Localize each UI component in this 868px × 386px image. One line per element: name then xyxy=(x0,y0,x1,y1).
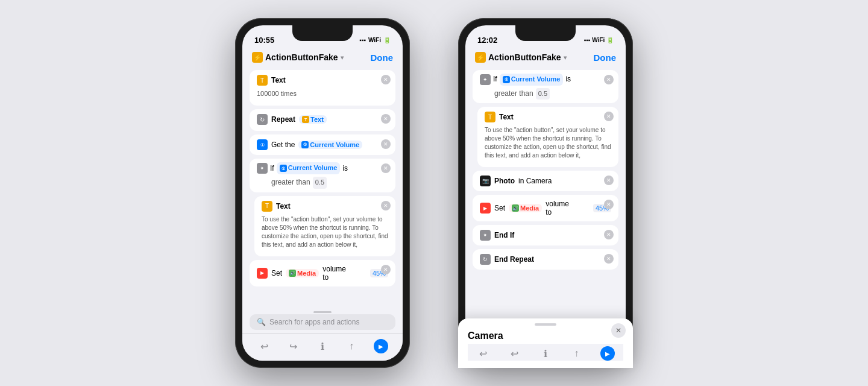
nested-text-header: T Text xyxy=(262,201,388,212)
set-prefix-2: Set xyxy=(494,204,505,212)
close-photo[interactable]: ✕ xyxy=(604,176,614,185)
repeat-card: ↻ Repeat T Text ✕ xyxy=(250,109,395,131)
wifi-icon: WiFi xyxy=(368,37,381,43)
close-text-1[interactable]: ✕ xyxy=(381,75,391,84)
close-set-1[interactable]: ✕ xyxy=(381,265,391,274)
back-icon-2[interactable]: ↩ xyxy=(476,346,491,361)
bottom-sheet-close[interactable]: ✕ xyxy=(611,323,626,338)
close-set-2[interactable]: ✕ xyxy=(604,200,614,209)
nested-text-label: Text xyxy=(276,202,291,210)
status-icons-2: ▪▪▪ WiFi 🔋 xyxy=(584,37,614,43)
media-label-1: Media xyxy=(297,270,316,277)
search-bar-1[interactable]: 🔍 Search for apps and actions xyxy=(250,314,395,330)
cv-tag-label: Current Volume xyxy=(310,141,359,148)
search-icon-1: 🔍 xyxy=(257,318,266,326)
done-button-1[interactable]: Done xyxy=(371,52,394,63)
notch-2 xyxy=(515,25,576,41)
set-media-card-1: ▶ Set 🔊 Media volume to 45% ✕ xyxy=(250,260,395,286)
if-label-1: If xyxy=(270,163,274,174)
cv-tag-icon: ① xyxy=(301,141,309,148)
if-value-1: 0.5 xyxy=(313,177,327,189)
camera-icon: 📷 xyxy=(480,176,491,186)
app-name-2: ActionButtonFake xyxy=(488,52,561,62)
repeat-tag-label: Text xyxy=(310,116,324,123)
battery-icon-2: ▪▪▪ WiFi 🔋 xyxy=(584,37,614,43)
photo-card: 📷 Photo in Camera ✕ xyxy=(473,171,618,191)
app-icon-1: ⚡ xyxy=(252,52,263,63)
if-card-1: ✦ If ① Current Volume is greater than 0.… xyxy=(250,159,395,192)
photo-suffix: in Camera xyxy=(518,177,552,185)
text-icon-1: T xyxy=(257,75,268,86)
if-volume-tag-2[interactable]: ① Current Volume xyxy=(500,74,564,86)
close-end-if[interactable]: ✕ xyxy=(604,230,614,239)
if-condition-2: greater than xyxy=(494,88,533,100)
chevron-down-icon-2: ▾ xyxy=(564,54,567,61)
close-if-2[interactable]: ✕ xyxy=(604,75,614,84)
notch-1 xyxy=(292,25,353,41)
search-placeholder-1: Search for apps and actions xyxy=(269,318,359,326)
close-volume[interactable]: ✕ xyxy=(381,139,391,149)
nested-text-body-2: To use the "action button", set your vol… xyxy=(485,124,611,162)
text-card-1: T Text ✕ 100000 times xyxy=(250,70,395,106)
app-name-1: ActionButtonFake xyxy=(265,52,338,62)
nested-text-label-2: Text xyxy=(499,113,514,121)
phone-2: 12:02 ▪▪▪ WiFi 🔋 ⚡ ActionButtonFake ▾ Do… xyxy=(458,18,633,368)
nested-text-header-2: T Text xyxy=(485,112,611,122)
media-tag-icon-1: 🔊 xyxy=(289,270,296,277)
signal-icon: ▪▪▪ xyxy=(359,37,366,43)
repeat-tag-icon: T xyxy=(302,116,309,123)
nested-text-icon-2: T xyxy=(485,112,495,122)
nav-bar-1: ⚡ ActionButtonFake ▾ Done xyxy=(242,49,403,68)
media-tag-1[interactable]: 🔊 Media xyxy=(286,269,319,277)
media-tag-2[interactable]: 🔊 Media xyxy=(509,204,542,212)
end-if-card: ✦ End If ✕ xyxy=(473,225,618,245)
set-suffix-2: volume to xyxy=(546,200,571,217)
set-icon-2: ▶ xyxy=(480,203,491,214)
nested-text-card: T Text ✕ To use the "action button", set… xyxy=(254,196,395,256)
photo-prefix: Photo xyxy=(494,177,515,185)
close-end-repeat[interactable]: ✕ xyxy=(604,254,614,264)
set-suffix-1: volume to xyxy=(322,265,348,282)
if-card-2: ✦ If ① Current Volume is greater than 0.… xyxy=(473,70,618,103)
end-if-icon: ✦ xyxy=(480,230,491,241)
share-icon-2[interactable]: ↑ xyxy=(570,346,584,361)
end-repeat-label: End Repeat xyxy=(494,255,534,264)
set-prefix-1: Set xyxy=(271,269,282,277)
repeat-icon: ↻ xyxy=(257,114,268,125)
play-button-1[interactable]: ▶ xyxy=(374,339,388,353)
sheet-handle xyxy=(535,323,556,326)
if-label-2: If xyxy=(493,74,497,85)
if-vol-label-2: Current Volume xyxy=(511,74,561,85)
close-nested-text-2[interactable]: ✕ xyxy=(604,112,614,121)
scroll-area-1: T Text ✕ 100000 times ↻ Repeat T Text xyxy=(242,68,403,310)
app-icon-2: ⚡ xyxy=(475,52,486,63)
scroll-indicator-1 xyxy=(313,311,332,313)
if-icon-1: ✦ xyxy=(257,163,268,174)
play-button-2[interactable]: ▶ xyxy=(600,346,615,361)
current-volume-tag[interactable]: ① Current Volume xyxy=(298,141,362,149)
if-vol-label-1: Current Volume xyxy=(288,163,338,174)
redo-icon-1[interactable]: ↪ xyxy=(286,339,301,353)
set-icon-1: ▶ xyxy=(257,268,268,279)
scroll-area-2: ✦ If ① Current Volume is greater than 0.… xyxy=(465,68,626,356)
done-button-2[interactable]: Done xyxy=(594,52,617,63)
end-if-label: End If xyxy=(494,231,514,239)
bottom-sheet: Camera ✕ ↩ ↩ ℹ ↑ ▶ xyxy=(465,318,626,361)
close-if-1[interactable]: ✕ xyxy=(381,163,391,173)
nav-bar-2: ⚡ ActionButtonFake ▾ Done xyxy=(465,49,626,68)
info-icon-1[interactable]: ℹ xyxy=(315,339,330,353)
phone-2-screen: 12:02 ▪▪▪ WiFi 🔋 ⚡ ActionButtonFake ▾ Do… xyxy=(465,25,626,361)
share-icon-1[interactable]: ↑ xyxy=(344,339,359,353)
nested-text-card-2: T Text ✕ To use the "action button", set… xyxy=(477,107,618,167)
undo-icon-1[interactable]: ↩ xyxy=(257,339,271,353)
end-repeat-card: ↻ End Repeat ✕ xyxy=(473,249,618,270)
undo-icon-2[interactable]: ↩ xyxy=(507,346,521,361)
info-icon-2[interactable]: ℹ xyxy=(538,346,553,361)
volume-icon: ① xyxy=(257,139,268,150)
close-nested-text[interactable]: ✕ xyxy=(381,201,391,210)
repeat-tag[interactable]: T Text xyxy=(299,115,327,124)
if-vol-icon-1: ① xyxy=(280,165,287,172)
time-2: 12:02 xyxy=(477,36,497,45)
if-volume-tag-1[interactable]: ① Current Volume xyxy=(277,162,341,174)
close-repeat[interactable]: ✕ xyxy=(381,114,391,124)
